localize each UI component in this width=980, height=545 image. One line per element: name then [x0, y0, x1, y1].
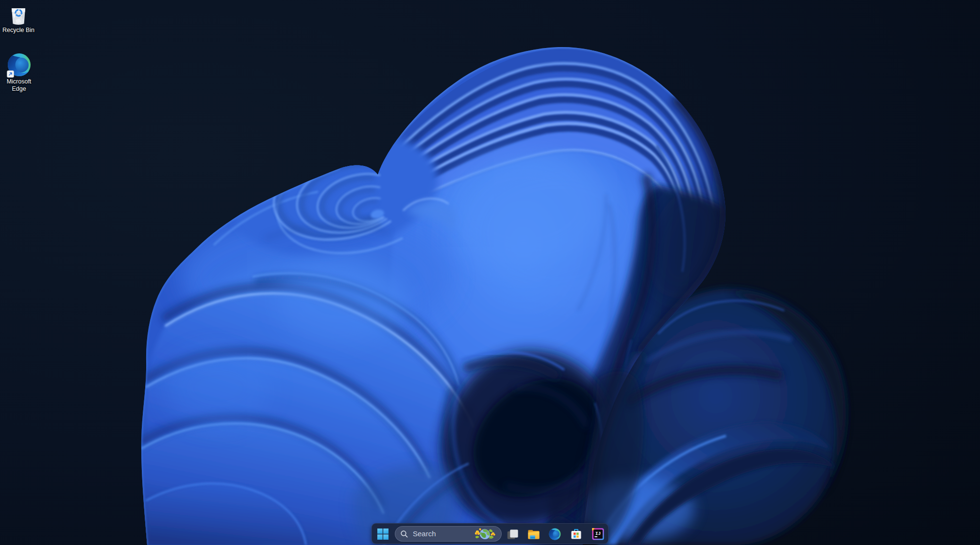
svg-text:IJ: IJ: [595, 531, 601, 536]
